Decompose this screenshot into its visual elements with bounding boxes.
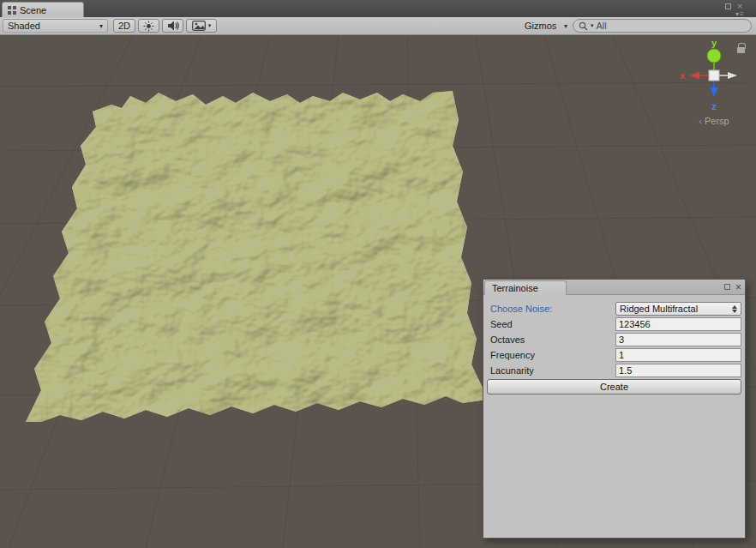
axis-x-label: x: [680, 70, 686, 81]
shading-mode-dropdown[interactable]: Shaded ▾: [3, 19, 108, 33]
chevron-down-icon: ▾: [591, 22, 594, 29]
axis-z-label: z: [711, 101, 717, 111]
chevron-down-icon: ▾: [208, 22, 212, 29]
axis-center-cube[interactable]: [709, 70, 719, 81]
toggle-2d-label: 2D: [118, 21, 130, 31]
create-button-label: Create: [600, 382, 628, 392]
search-icon: [579, 21, 588, 31]
seed-row: Seed: [487, 317, 741, 331]
frequency-row: Frequency: [487, 348, 741, 362]
image-effects-icon: [192, 21, 206, 31]
octaves-input[interactable]: [615, 333, 741, 346]
lacunarity-input[interactable]: [615, 364, 741, 377]
panel-close-icon[interactable]: ×: [735, 280, 741, 294]
lighting-toggle-button[interactable]: [138, 19, 159, 33]
effects-toggle-button[interactable]: ▾: [186, 19, 217, 33]
lacunarity-label: Lacunarity: [490, 364, 534, 377]
octaves-row: Octaves: [487, 333, 741, 346]
frequency-input[interactable]: [615, 348, 741, 362]
gizmos-dropdown[interactable]: Gizmos ▾: [521, 19, 571, 33]
terrain-mesh[interactable]: [26, 91, 487, 422]
panel-maximize-icon[interactable]: [724, 284, 730, 290]
projection-toggle[interactable]: ‹Persp: [675, 116, 753, 126]
search-filter-value: All: [597, 21, 607, 31]
create-button[interactable]: Create: [487, 379, 741, 394]
terrainoise-tab-label: Terrainoise: [492, 283, 538, 293]
sun-icon: [143, 21, 154, 32]
search-input[interactable]: ▾ All: [573, 19, 752, 33]
lock-icon[interactable]: [737, 47, 745, 53]
grid-icon: [8, 6, 16, 15]
toggle-2d-button[interactable]: 2D: [113, 19, 135, 33]
projection-label: Persp: [705, 116, 729, 126]
shading-mode-label: Shaded: [8, 21, 40, 31]
seed-input[interactable]: [615, 317, 741, 331]
noise-type-label: Choose Noise:: [490, 302, 552, 316]
axis-z-handle[interactable]: [710, 87, 718, 97]
scene-tab[interactable]: Scene: [2, 2, 84, 17]
scene-tab-label: Scene: [20, 5, 46, 15]
maximize-icon[interactable]: [725, 3, 731, 9]
lacunarity-row: Lacunarity: [487, 364, 741, 377]
speaker-icon: [167, 21, 179, 31]
axis-y-label: y: [711, 38, 717, 48]
axis-x-handle[interactable]: [690, 72, 699, 79]
octaves-label: Octaves: [490, 333, 525, 346]
frequency-label: Frequency: [490, 348, 535, 362]
terrainoise-header: Terrainoise ×: [483, 280, 745, 295]
scene-viewport[interactable]: y x z ‹Persp Terrainoise × Choose Noise:…: [0, 35, 756, 548]
scene-toolbar: Shaded ▾ 2D: [0, 17, 756, 35]
unity-editor-window: Scene × ▾≡ Shaded ▾ 2D: [0, 0, 756, 548]
seed-label: Seed: [490, 317, 513, 331]
noise-type-value: Ridged Multifractal: [620, 304, 698, 314]
scene-tab-strip: Scene × ▾≡: [0, 0, 756, 17]
axis-right-handle[interactable]: [728, 72, 737, 79]
close-icon[interactable]: ×: [737, 2, 742, 10]
dropdown-arrows-icon: [732, 305, 737, 313]
terrainoise-window: Terrainoise × Choose Noise: Ridged Multi…: [483, 279, 746, 539]
terrainoise-tab[interactable]: Terrainoise: [484, 280, 567, 295]
window-controls: × ▾≡: [723, 2, 753, 17]
gizmos-label: Gizmos: [525, 21, 556, 31]
axis-y-handle[interactable]: [707, 49, 721, 63]
noise-type-dropdown[interactable]: Ridged Multifractal: [615, 302, 741, 316]
audio-toggle-button[interactable]: [162, 19, 183, 33]
noise-row: Choose Noise: Ridged Multifractal: [487, 302, 741, 316]
chevron-down-icon: ▾: [99, 22, 103, 30]
chevron-left-icon: ‹: [699, 116, 702, 126]
chevron-down-icon: ▾: [564, 22, 567, 30]
